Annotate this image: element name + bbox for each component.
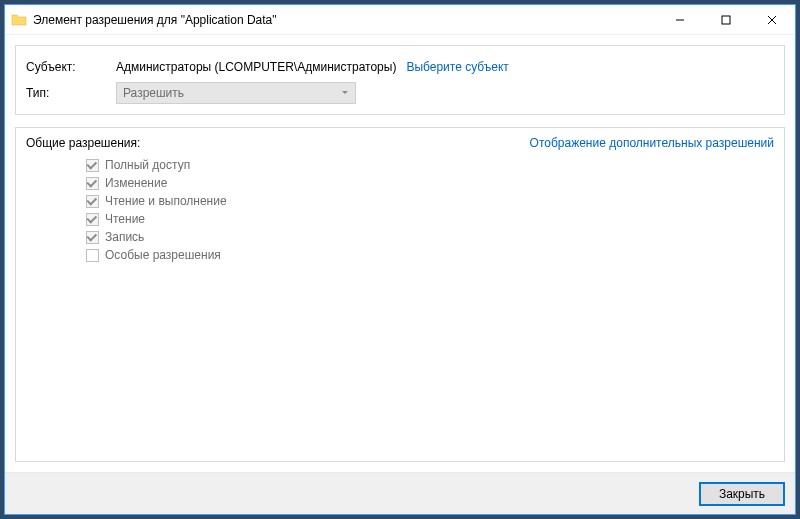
permission-label: Полный доступ [105,158,190,172]
type-combobox[interactable]: Разрешить [116,82,356,104]
advanced-permissions-link[interactable]: Отображение дополнительных разрешений [530,136,774,150]
permission-label: Чтение [105,212,145,226]
chevron-down-icon [341,86,349,100]
close-button[interactable]: Закрыть [699,482,785,506]
folder-icon [11,12,27,28]
permissions-header: Общие разрешения: Отображение дополнител… [26,136,774,150]
permission-item: Запись [86,228,774,246]
permission-entry-window: Элемент разрешения для "Application Data… [4,4,796,515]
close-window-button[interactable] [749,5,795,35]
maximize-button[interactable] [703,5,749,35]
permission-checkbox[interactable] [86,249,99,262]
permission-item: Особые разрешения [86,246,774,264]
permission-label: Чтение и выполнение [105,194,227,208]
permission-item: Чтение и выполнение [86,192,774,210]
dialog-footer: Закрыть [5,472,795,514]
select-subject-link[interactable]: Выберите субъект [406,60,508,74]
principal-panel: Субъект: Администраторы (LCOMPUTER\Админ… [15,45,785,115]
permission-label: Особые разрешения [105,248,221,262]
minimize-button[interactable] [657,5,703,35]
subject-row: Субъект: Администраторы (LCOMPUTER\Админ… [26,54,774,80]
svg-rect-0 [722,16,730,24]
subject-value: Администраторы (LCOMPUTER\Администраторы… [116,60,396,74]
permissions-section-label: Общие разрешения: [26,136,140,150]
permission-checkbox[interactable] [86,231,99,244]
subject-label: Субъект: [26,60,116,74]
permission-item: Полный доступ [86,156,774,174]
permission-checkbox[interactable] [86,195,99,208]
type-row: Тип: Разрешить [26,80,774,106]
window-title: Элемент разрешения для "Application Data… [33,13,657,27]
type-label: Тип: [26,86,116,100]
permission-checkbox[interactable] [86,159,99,172]
permission-item: Чтение [86,210,774,228]
client-area: Субъект: Администраторы (LCOMPUTER\Админ… [5,35,795,472]
permissions-panel: Общие разрешения: Отображение дополнител… [15,127,785,462]
permission-checkbox[interactable] [86,177,99,190]
permission-item: Изменение [86,174,774,192]
type-value: Разрешить [123,86,184,100]
permission-label: Изменение [105,176,167,190]
permissions-list: Полный доступИзменениеЧтение и выполнени… [26,156,774,264]
permission-label: Запись [105,230,144,244]
permission-checkbox[interactable] [86,213,99,226]
titlebar: Элемент разрешения для "Application Data… [5,5,795,35]
